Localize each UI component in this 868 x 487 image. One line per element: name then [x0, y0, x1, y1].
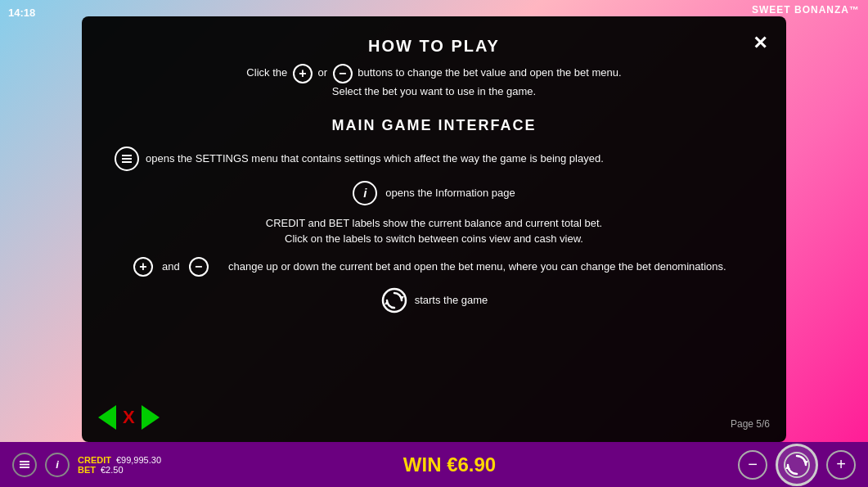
info-icon: i: [353, 181, 377, 205]
bottom-bar: i CREDIT €99,995.30 BET €2.50 WIN €6.90 …: [0, 442, 868, 487]
plus-bet-icon: +: [133, 257, 153, 277]
credit-bet-text: CREDIT and BET labels show the current b…: [266, 217, 602, 229]
game-title: SWEET BONANZA™: [752, 4, 860, 16]
credit-bet-display[interactable]: CREDIT €99,995.30 BET €2.50: [78, 455, 161, 475]
minus-icon-inline: −: [333, 64, 353, 83]
bet-instruction-or: or: [317, 66, 327, 79]
spin-row: starts the game: [115, 286, 753, 314]
spin-text: starts the game: [415, 294, 488, 306]
bet-label: BET: [78, 465, 96, 475]
help-modal: ✕ HOW TO PLAY Click the + or − buttons t…: [82, 16, 786, 442]
credit-label: CREDIT: [78, 455, 111, 465]
bet-select-text: Select the bet you want to use in the ga…: [332, 85, 536, 97]
settings-text: opens the SETTINGS menu that contains se…: [146, 152, 604, 165]
bottom-minus-button[interactable]: −: [738, 450, 767, 480]
page-number: Page 5/6: [731, 418, 770, 430]
prev-arrow[interactable]: [98, 405, 116, 430]
minus-bet-icon: −: [189, 257, 209, 277]
bottom-spin-button[interactable]: [776, 444, 818, 486]
bet-instruction-end: buttons to change the bet value and open…: [358, 66, 621, 79]
nav-arrows: X: [98, 405, 160, 430]
and-text: and: [162, 260, 180, 273]
credit-bet-info: CREDIT and BET labels show the current b…: [115, 215, 753, 247]
svg-marker-4: [399, 296, 404, 300]
win-value: €6.90: [447, 453, 496, 476]
time-display: 14:18: [8, 7, 35, 19]
settings-row: opens the SETTINGS menu that contains se…: [115, 147, 753, 171]
bet-change-row: + and − change up or down the current be…: [115, 257, 753, 277]
close-button[interactable]: ✕: [745, 29, 774, 57]
bottom-left: i CREDIT €99,995.30 BET €2.50: [12, 453, 161, 477]
bet-instruction-text: Click the: [246, 66, 287, 79]
modal-title: HOW TO PLAY: [115, 37, 753, 56]
win-label: WIN: [403, 453, 442, 476]
settings-icon: [115, 147, 139, 171]
bet-value: €2.50: [101, 465, 124, 475]
plus-minus-end: change up or down the current bet and op…: [218, 260, 737, 273]
svg-marker-10: [803, 461, 808, 465]
close-nav-button[interactable]: X: [123, 407, 135, 428]
bottom-settings-button[interactable]: [12, 453, 37, 477]
credit-value: €99,995.30: [116, 455, 161, 465]
bottom-info-button[interactable]: i: [45, 453, 70, 477]
info-row: i opens the Information page: [115, 181, 753, 205]
bottom-right: − +: [738, 444, 856, 486]
next-arrow[interactable]: [142, 405, 160, 430]
svg-marker-11: [785, 465, 790, 469]
info-text: opens the Information page: [385, 187, 515, 199]
credit-bet-text2: Click on the labels to switch between co…: [285, 232, 583, 245]
spin-icon: [380, 286, 408, 314]
svg-marker-5: [385, 300, 389, 304]
plus-icon-inline: +: [293, 64, 313, 83]
bet-instruction: Click the + or − buttons to change the b…: [115, 64, 753, 101]
section-title: MAIN GAME INTERFACE: [115, 117, 753, 134]
win-display: WIN €6.90: [161, 453, 738, 476]
bottom-plus-button[interactable]: +: [826, 450, 856, 480]
